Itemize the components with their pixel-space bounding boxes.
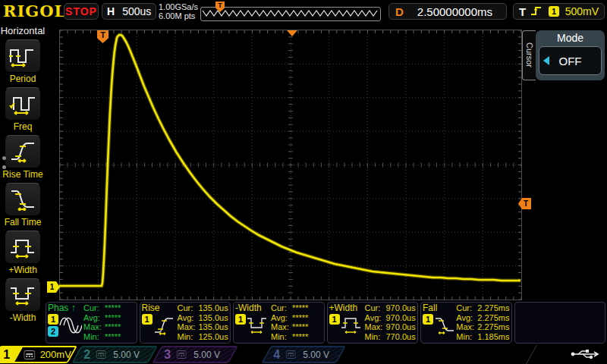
memory-depth: 6.00M pts <box>159 11 198 20</box>
minus-width-icon <box>9 284 36 306</box>
channel-number: 4 <box>274 348 281 362</box>
graticule[interactable] <box>59 30 522 300</box>
dc-coupling-icon <box>286 350 296 359</box>
measurement-phase[interactable]: Phas ↑ 1 2 Cur:***** Avg:***** Max:*****… <box>46 302 137 344</box>
horizontal-timebase-box[interactable]: H 500us <box>102 3 156 20</box>
trigger-source-badge: 1 <box>549 6 559 17</box>
menu-item-fall-time[interactable]: Fall Time <box>0 183 46 228</box>
mode-off-button[interactable]: OFF <box>539 46 602 75</box>
measurement-label: +Width <box>329 303 365 313</box>
delay-label: D <box>395 5 404 18</box>
dc-coupling-icon <box>24 350 35 359</box>
phase-icon <box>59 314 82 337</box>
channel-number: 1 <box>4 348 11 362</box>
rising-edge-icon <box>530 5 542 17</box>
menu-item-minus-width[interactable]: -Width <box>0 278 46 323</box>
run-state-indicator[interactable]: STOP <box>64 3 99 20</box>
timebase-value: 500us <box>122 5 151 17</box>
measurement-plus-width[interactable]: +Width 1 Cur:970.0us Avg:970.0us Max:970… <box>327 302 419 344</box>
freq-button[interactable] <box>5 87 41 121</box>
delay-box[interactable]: D 2.50000000ms <box>388 3 507 20</box>
dc-coupling-icon <box>177 350 187 359</box>
rise-time-icon <box>9 140 36 163</box>
freq-icon <box>9 93 36 115</box>
menu-page-dot <box>2 156 6 160</box>
channel-1-number-chip: 1 <box>0 347 23 362</box>
plus-width-button[interactable] <box>5 231 41 264</box>
channel-4-scale: 5.00 V <box>304 350 330 360</box>
mode-header: Mode <box>536 32 605 44</box>
channel-1-tab[interactable]: 1 200mV <box>0 346 77 363</box>
channel-2-tab[interactable]: 2 5.00 V <box>71 346 158 363</box>
left-arrow-icon <box>543 56 549 65</box>
channel-3-scale: 5.00 V <box>194 350 221 360</box>
channel-3-tab[interactable]: 3 5.00 V <box>152 346 238 363</box>
fall-time-icon <box>9 188 36 211</box>
source-badge-ch1: 1 <box>142 314 153 325</box>
measurement-bar: Phas ↑ 1 2 Cur:***** Avg:***** Max:*****… <box>46 302 605 344</box>
menu-item-label: Freq <box>0 121 46 132</box>
horizontal-label: H <box>107 5 115 17</box>
trigger-level-value: 500mV <box>559 5 599 17</box>
measurement-label: -Width <box>235 303 271 313</box>
menu-page-dot <box>2 165 6 169</box>
minus-width-icon <box>247 314 268 335</box>
measurement-rise[interactable]: Rise 1 Cur:135.0us Avg:135.0us Max:135.0… <box>140 302 231 344</box>
measurement-label: Fall <box>423 303 456 313</box>
trigger-box[interactable]: T 1 500mV <box>513 3 605 20</box>
mode-value: OFF <box>559 55 582 67</box>
channel-4-tab[interactable]: 4 5.00 V <box>261 346 346 363</box>
channel-1-scale: 200mV <box>39 349 71 360</box>
menu-item-period[interactable]: Period <box>0 39 46 84</box>
acquisition-info: 1.00GSa/s 6.00M pts <box>159 2 198 20</box>
channel-2-scale: 5.00 V <box>114 350 140 360</box>
cursor-tab[interactable]: Cursor <box>522 30 536 80</box>
channel-number: 2 <box>84 348 91 362</box>
channel-bar-divider <box>526 345 537 364</box>
measurement-values: Cur:970.0us Avg:970.0us Max:970.0us Min:… <box>365 303 417 342</box>
period-icon <box>9 45 36 67</box>
measurement-label: Rise <box>142 303 178 313</box>
measurement-empty-slot[interactable] <box>514 302 606 344</box>
fall-icon <box>434 314 455 335</box>
rigol-logo: RIGOL <box>3 2 66 20</box>
menu-item-label: Period <box>0 74 46 84</box>
ch1-ground-marker[interactable]: 1 <box>47 281 60 293</box>
menu-item-label: Fall Time <box>0 217 46 228</box>
menu-item-plus-width[interactable]: +Width <box>0 231 46 275</box>
measurement-minus-width[interactable]: -Width 1 Cur:***** Avg:***** Max:***** M… <box>233 302 325 344</box>
menu-item-label: -Width <box>0 312 46 323</box>
cursor-mode-panel: Mode OFF <box>536 30 605 80</box>
measure-menu-title: Horizontal <box>0 25 46 36</box>
measure-menu: Horizontal Period Freq <box>0 23 46 345</box>
run-state-label: STOP <box>65 5 97 17</box>
delay-value: 2.50000000ms <box>404 5 506 18</box>
measurement-fall[interactable]: Fall 1 Cur:2.275ms Avg:2.275ms Max:2.275… <box>420 302 512 344</box>
dc-coupling-icon <box>96 350 106 359</box>
measurement-values: Cur:***** Avg:***** Max:***** Min:***** <box>271 303 322 342</box>
trigger-label: T <box>519 5 526 18</box>
source-badge-ch1: 1 <box>48 314 58 325</box>
menu-item-rise-time[interactable]: Rise Time <box>0 135 46 180</box>
source-badge-ch1: 1 <box>235 314 246 325</box>
measurement-values: Cur:2.275ms Avg:2.275ms Max:2.275ms Min:… <box>456 303 509 342</box>
sample-rate: 1.00GSa/s <box>159 2 198 11</box>
rise-time-button[interactable] <box>5 135 41 168</box>
oscilloscope-screen: RIGOL STOP H 500us 1.00GSa/s 6.00M pts T… <box>0 0 607 364</box>
menu-item-freq[interactable]: Freq <box>0 87 46 132</box>
plus-width-icon <box>9 236 36 259</box>
period-button[interactable] <box>5 39 41 73</box>
menu-item-label: Rise Time <box>0 169 46 180</box>
measurement-values: Cur:135.0us Avg:135.0us Max:135.0us Min:… <box>178 303 229 342</box>
plus-width-icon <box>341 314 362 335</box>
memory-waveform-icon <box>203 11 377 16</box>
rise-icon <box>153 314 175 335</box>
usb-icon <box>571 348 599 360</box>
menu-item-label: +Width <box>0 265 46 275</box>
source-badge-ch2: 2 <box>48 326 58 337</box>
measurement-values: Cur:***** Avg:***** Max:***** Min:***** <box>83 303 135 342</box>
minus-width-button[interactable] <box>5 278 41 312</box>
source-badge-ch1: 1 <box>329 314 340 325</box>
fall-time-button[interactable] <box>5 183 41 216</box>
memory-position-bar[interactable] <box>200 7 381 21</box>
